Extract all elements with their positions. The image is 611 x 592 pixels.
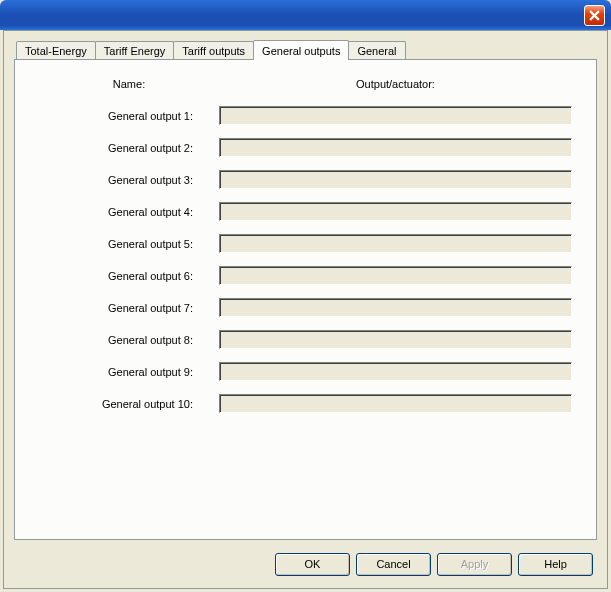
output-field-1[interactable] [219,106,572,125]
output-field-8[interactable] [219,330,572,349]
ok-button[interactable]: OK [275,553,350,576]
output-label: General output 8: [39,334,219,346]
tab-container: Total-Energy Tariff Energy Tariff output… [14,39,597,540]
output-row: General output 4: [39,202,572,221]
dialog-buttons: OK Cancel Apply Help [275,553,593,576]
output-row: General output 9: [39,362,572,381]
output-field-9[interactable] [219,362,572,381]
cancel-button[interactable]: Cancel [356,553,431,576]
output-label: General output 10: [39,398,219,410]
tab-page-general-outputs: Name: Output/actuator: General output 1:… [14,59,597,540]
output-row: General output 5: [39,234,572,253]
output-label: General output 2: [39,142,219,154]
client-area: Total-Energy Tariff Energy Tariff output… [3,30,608,589]
tab-general-outputs[interactable]: General outputs [253,40,349,60]
output-label: General output 9: [39,366,219,378]
output-row: General output 1: [39,106,572,125]
output-field-7[interactable] [219,298,572,317]
output-field-10[interactable] [219,394,572,413]
output-row: General output 2: [39,138,572,157]
tab-tariff-outputs[interactable]: Tariff outputs [173,41,254,59]
output-label: General output 5: [39,238,219,250]
column-header-output: Output/actuator: [219,78,572,90]
output-label: General output 4: [39,206,219,218]
output-label: General output 3: [39,174,219,186]
output-field-4[interactable] [219,202,572,221]
output-field-3[interactable] [219,170,572,189]
output-row: General output 3: [39,170,572,189]
help-button[interactable]: Help [518,553,593,576]
output-field-6[interactable] [219,266,572,285]
output-label: General output 6: [39,270,219,282]
close-button[interactable] [584,5,605,26]
output-field-2[interactable] [219,138,572,157]
output-label: General output 7: [39,302,219,314]
tab-total-energy[interactable]: Total-Energy [16,41,96,59]
output-row: General output 8: [39,330,572,349]
apply-button: Apply [437,553,512,576]
output-row: General output 7: [39,298,572,317]
tab-strip: Total-Energy Tariff Energy Tariff output… [16,39,597,59]
output-row: General output 6: [39,266,572,285]
tab-general[interactable]: General [348,41,405,59]
column-headers: Name: Output/actuator: [39,78,572,90]
output-row: General output 10: [39,394,572,413]
close-icon [589,10,600,21]
output-field-5[interactable] [219,234,572,253]
tab-tariff-energy[interactable]: Tariff Energy [95,41,175,59]
dialog-window: Total-Energy Tariff Energy Tariff output… [0,0,611,592]
titlebar [0,0,611,30]
column-header-name: Name: [39,78,219,90]
output-label: General output 1: [39,110,219,122]
